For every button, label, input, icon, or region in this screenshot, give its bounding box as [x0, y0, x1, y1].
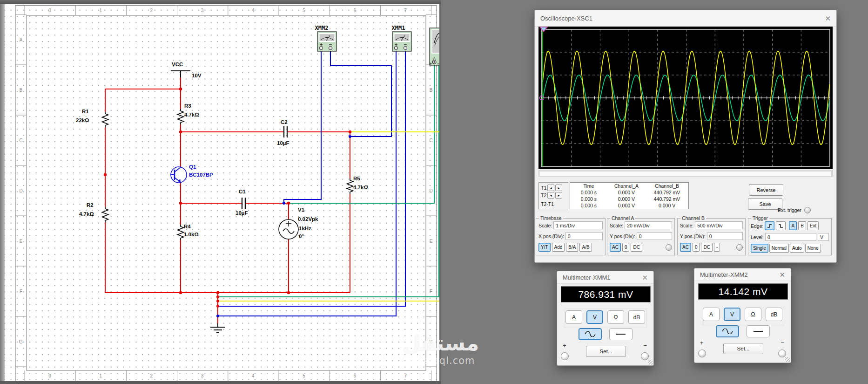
timebase-ba-button[interactable]: B/A — [566, 243, 578, 252]
t2-time: 0.000 s — [570, 196, 607, 202]
oscilloscope-titlebar[interactable]: Oscilloscope-XSC1 ✕ — [535, 10, 836, 27]
channel-b-scale-value[interactable]: 500 mV/Div — [695, 221, 743, 229]
edge-falling-icon — [778, 224, 783, 228]
cursor-t1-right-arrow[interactable]: ► — [555, 185, 562, 191]
ext-trigger-terminal[interactable] — [804, 207, 811, 213]
scope-scrollbar[interactable] — [538, 170, 833, 177]
multisim-schematic-window: 0011223344556677AABBCCDDEEFFGG — [0, 0, 441, 384]
resize-grip[interactable] — [785, 357, 790, 362]
db-mode-button[interactable]: dB — [766, 308, 782, 321]
timebase-yt-button[interactable]: Y/T — [538, 243, 551, 252]
cursor-t2-left-arrow[interactable]: ◄ — [547, 192, 554, 199]
edge-rising-button[interactable] — [765, 221, 774, 230]
dc-signal-button[interactable] — [609, 328, 632, 340]
minus-terminal[interactable] — [641, 352, 649, 360]
trigger-level-value[interactable]: 0 — [765, 233, 816, 241]
timebase-scale-value[interactable]: 1 ms/Div — [553, 221, 603, 229]
transistor-q1[interactable] — [170, 167, 187, 183]
trigger-auto-button[interactable]: Auto — [790, 244, 804, 253]
trigger-level-unit[interactable]: V — [818, 233, 829, 241]
channel-b-zero-button[interactable]: 0 — [693, 243, 700, 252]
trigger-normal-button[interactable]: Normal — [769, 244, 789, 253]
channel-b-ypos-label: Y pos.(Div): — [680, 233, 706, 239]
close-icon[interactable]: ✕ — [779, 271, 785, 278]
resistor-r2 — [102, 207, 108, 222]
reverse-button[interactable]: Reverse — [749, 184, 783, 196]
ohm-mode-button[interactable]: Ω — [607, 310, 624, 324]
dc-signal-button[interactable] — [747, 325, 770, 337]
set-button[interactable]: Set... — [723, 343, 763, 354]
svg-text:7: 7 — [404, 373, 407, 378]
channel-a-ac-button[interactable]: AC — [610, 243, 621, 252]
trigger-source-ext-button[interactable]: Ext — [807, 221, 819, 230]
save-button[interactable]: Save — [748, 198, 782, 210]
db-mode-button[interactable]: dB — [628, 310, 645, 324]
edge-falling-button[interactable] — [776, 221, 786, 230]
multimeter-xmm2-titlebar[interactable]: Multimeter-XMM2 ✕ — [694, 268, 791, 281]
trigger-source-a-button[interactable]: A — [789, 221, 797, 230]
timebase-xpos-value[interactable]: 0 — [565, 232, 603, 240]
multimeter-xmm1-icon[interactable] — [392, 32, 411, 51]
net-wires-red[interactable] — [105, 77, 350, 323]
instrument-wires-blue[interactable] — [218, 51, 405, 316]
channel-a-scale-value[interactable]: 20 mV/Div — [625, 221, 672, 229]
r3-label: R3 — [184, 103, 191, 109]
t1-time: 0.000 s — [570, 189, 607, 196]
schematic-window-left-edge — [0, 4, 5, 381]
trigger-none-button[interactable]: None — [805, 244, 821, 253]
svg-text:2: 2 — [150, 373, 153, 378]
channel-b-ypos-value[interactable]: 0 — [707, 232, 743, 240]
svg-text:C: C — [19, 138, 22, 143]
channel-a-terminal — [666, 244, 672, 251]
resize-grip[interactable] — [648, 360, 653, 364]
xmm1-ref-label: XMM1 — [392, 25, 405, 31]
plus-terminal[interactable] — [561, 352, 569, 360]
multimeter-xmm1-titlebar[interactable]: Multimeter-XMM1 ✕ — [557, 271, 653, 284]
trigger-single-button[interactable]: Single — [751, 244, 768, 253]
v1-frequency: 1kHz — [299, 226, 311, 231]
channel-b-dc-button[interactable]: DC — [701, 243, 712, 252]
channel-a-zero-button[interactable]: 0 — [622, 243, 630, 252]
schematic-window-right-edge — [439, 4, 441, 381]
ampere-mode-button[interactable]: A — [703, 308, 720, 321]
timebase-xpos-label: X pos.(Div): — [538, 233, 564, 239]
volt-mode-button[interactable]: V — [724, 308, 740, 321]
volt-mode-button[interactable]: V — [586, 310, 603, 324]
timebase-ab-button[interactable]: A/B — [579, 243, 592, 252]
dc-line-icon — [615, 331, 627, 337]
ac-signal-button[interactable] — [716, 325, 739, 337]
channel-a-dc-button[interactable]: DC — [631, 243, 642, 252]
scope-display — [538, 27, 833, 169]
instrument-wires-yellow[interactable] — [218, 64, 439, 301]
plus-terminal-label: + — [700, 339, 704, 346]
cursor-t1-left-arrow[interactable]: ◄ — [547, 185, 554, 191]
ac-signal-button[interactable] — [579, 328, 602, 340]
minus-terminal[interactable] — [778, 350, 786, 357]
ohm-mode-button[interactable]: Ω — [745, 308, 761, 321]
channel-a-ypos-value[interactable]: 0 — [637, 232, 672, 240]
svg-text:3: 3 — [201, 373, 204, 378]
cursor-t2-right-arrow[interactable]: ► — [555, 192, 562, 199]
source-v1[interactable] — [279, 219, 298, 239]
channel-b-ac-button[interactable]: AC — [680, 243, 691, 252]
ampere-mode-button[interactable]: A — [565, 310, 582, 324]
trigger-source-b-button[interactable]: B — [798, 221, 806, 230]
close-icon[interactable]: ✕ — [825, 15, 831, 22]
multimeter-xmm2-icon[interactable] — [317, 32, 336, 51]
plus-terminal-label: + — [563, 342, 566, 349]
close-icon[interactable]: ✕ — [642, 274, 648, 281]
timebase-add-button[interactable]: Add — [552, 243, 565, 252]
set-button[interactable]: Set... — [586, 346, 626, 357]
schematic-canvas[interactable]: 0011223344556677AABBCCDDEEFFGG — [5, 4, 439, 381]
channel-b-minus-button[interactable]: - — [714, 243, 720, 252]
ground-symbol[interactable] — [210, 323, 225, 333]
plus-terminal[interactable] — [698, 350, 706, 357]
svg-text:6: 6 — [353, 8, 356, 13]
capacitor-symbols[interactable] — [242, 126, 287, 209]
multimeter-xmm2-title: Multimeter-XMM2 — [700, 271, 748, 278]
r2-value: 4.7kΩ — [79, 211, 94, 217]
svg-text:G: G — [429, 339, 433, 344]
svg-text:D: D — [19, 188, 22, 193]
svg-text:2: 2 — [150, 8, 153, 13]
vcc-symbol[interactable] — [171, 71, 190, 77]
